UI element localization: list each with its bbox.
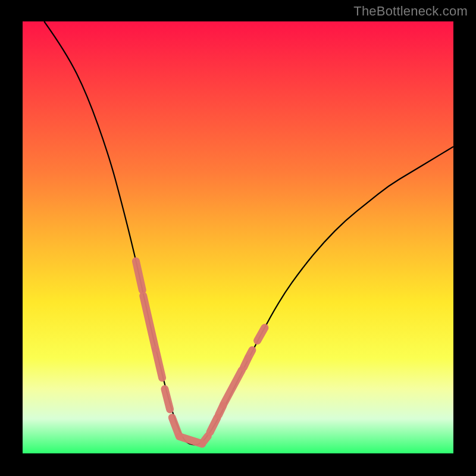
highlight-group	[136, 261, 264, 444]
highlight-segment	[143, 296, 155, 349]
highlight-segment	[180, 437, 202, 444]
highlight-segment	[172, 418, 179, 436]
bottleneck-curve	[44, 21, 453, 445]
plot-area	[23, 21, 453, 453]
chart-frame: TheBottleneck.com	[0, 0, 476, 476]
curve-group	[44, 21, 453, 445]
highlight-segment	[248, 350, 252, 357]
highlight-segment	[223, 370, 242, 405]
highlight-segment	[165, 389, 170, 409]
highlight-segment	[136, 261, 142, 290]
highlight-segment	[258, 328, 265, 341]
highlight-segment	[156, 350, 162, 377]
highlight-segment	[203, 436, 208, 441]
chart-svg	[23, 21, 453, 453]
highlight-segment	[210, 418, 217, 433]
watermark-text: TheBottleneck.com	[353, 4, 468, 19]
